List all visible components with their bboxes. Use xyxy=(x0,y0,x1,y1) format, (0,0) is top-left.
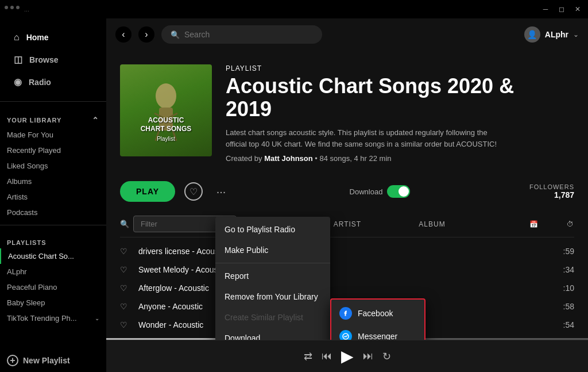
playlist-description: Latest chart songs acoustic style. This … xyxy=(226,127,501,149)
context-menu-item-playlist-radio[interactable]: Go to Playlist Radio xyxy=(215,219,330,240)
dots-label: ... xyxy=(24,6,29,13)
heart-icon[interactable]: ♡ xyxy=(120,283,131,293)
svg-point-0 xyxy=(156,83,176,109)
cover-image: ACOUSTIC CHART SONGS Playlist xyxy=(120,64,212,156)
sidebar-item-artists[interactable]: Artists xyxy=(0,189,106,205)
table-row[interactable]: ♡ Sweet Melody - Acoustic Version Little… xyxy=(120,260,574,279)
browse-icon: ◫ xyxy=(14,54,22,65)
context-menu-item-make-public[interactable]: Make Public xyxy=(215,240,330,260)
main-content: ‹ › 🔍 👤 ALphr ⌄ xyxy=(106,18,588,372)
share-item-messenger[interactable]: Messenger xyxy=(331,325,424,340)
playlist-header: ACOUSTIC CHART SONGS Playlist PLAYLIST A… xyxy=(106,51,588,172)
search-bar[interactable]: 🔍 xyxy=(161,25,322,44)
download-toggle[interactable]: Download xyxy=(350,185,411,198)
track-duration: :59 xyxy=(546,247,574,256)
play-button[interactable]: PLAY xyxy=(120,181,175,202)
avatar: 👤 xyxy=(524,26,540,43)
back-button[interactable]: ‹ xyxy=(115,26,131,43)
search-input[interactable] xyxy=(184,30,313,39)
context-divider-1 xyxy=(215,263,330,263)
download-label: Download xyxy=(350,187,383,196)
heart-icon[interactable]: ♡ xyxy=(120,247,131,256)
track-list-header: 🔍 TITLE ARTIST ALBUM 📅 ⏱ xyxy=(120,211,574,237)
playback-bar: ⇄ ⏮ ▶ ⏭ ↻ xyxy=(106,340,588,372)
shuffle-button[interactable]: ⇄ xyxy=(304,350,312,363)
radio-icon: ◉ xyxy=(14,76,22,87)
playlist-item-0[interactable]: Acoustic Chart So... xyxy=(0,248,106,264)
sidebar-item-albums[interactable]: Albums xyxy=(0,174,106,189)
playlist-item-1[interactable]: ALphr xyxy=(0,264,106,279)
cover-text: ACOUSTIC CHART SONGS Playlist xyxy=(120,116,212,143)
track-duration: :10 xyxy=(546,283,574,293)
playlists-section-label: PLAYLISTS xyxy=(0,230,106,248)
user-chevron-icon: ⌄ xyxy=(573,30,579,39)
sidebar-browse-label: Browse xyxy=(29,55,59,64)
sidebar-item-recently-played[interactable]: Recently Played xyxy=(0,143,106,158)
close-button[interactable]: ✕ xyxy=(572,3,583,15)
playlist-item-4[interactable]: TikTok Trending Ph... ⌄ xyxy=(0,310,106,326)
new-playlist-button[interactable]: + New Playlist xyxy=(0,349,106,372)
new-playlist-plus-icon: + xyxy=(7,355,18,366)
sidebar-item-made-for-you[interactable]: Made For You xyxy=(0,127,106,143)
app-body: ⌂ Home ◫ Browse ◉ Radio YOUR LIBRARY ⌃ M… xyxy=(0,18,588,372)
repeat-button[interactable]: ↻ xyxy=(382,350,391,363)
maximize-button[interactable]: ◻ xyxy=(556,3,567,15)
facebook-label: Facebook xyxy=(358,309,393,318)
user-area[interactable]: 👤 ALphr ⌄ xyxy=(524,26,579,43)
table-row[interactable]: ♡ drivers license - Acoustic Matt Jo... … xyxy=(120,242,574,260)
table-row[interactable]: ♡ Afterglow - Acoustic Jonah E... :10 xyxy=(120,279,574,297)
heart-icon[interactable]: ♡ xyxy=(120,320,131,329)
col-artist-header: ARTIST xyxy=(334,220,412,228)
track-duration: :58 xyxy=(546,302,574,311)
next-button[interactable]: ⏭ xyxy=(363,350,373,362)
heart-icon[interactable]: ♡ xyxy=(120,265,131,274)
heart-icon[interactable]: ♡ xyxy=(120,302,131,311)
track-list-area: 🔍 TITLE ARTIST ALBUM 📅 ⏱ ♡ drivers licen… xyxy=(106,211,588,340)
more-options-button[interactable]: ··· xyxy=(212,182,230,201)
like-button[interactable]: ♡ xyxy=(184,182,203,201)
title-bar: ... ─ ◻ ✕ xyxy=(0,0,588,18)
sidebar-item-radio[interactable]: ◉ Radio xyxy=(7,72,99,92)
track-duration: :34 xyxy=(546,265,574,274)
home-icon: ⌂ xyxy=(14,32,20,43)
followers-info: FOLLOWERS 1,787 xyxy=(529,183,574,200)
playlist-item-3[interactable]: Baby Sleep xyxy=(0,295,106,310)
playlist-item-2[interactable]: Peaceful Piano xyxy=(0,279,106,295)
col-album-header: ALBUM xyxy=(419,220,497,228)
filter-icon: 🔍 xyxy=(120,220,130,228)
minimize-button[interactable]: ─ xyxy=(540,3,551,15)
sidebar-divider-2 xyxy=(0,225,106,225)
messenger-icon xyxy=(339,330,352,340)
play-pause-button[interactable]: ▶ xyxy=(341,347,354,366)
playlist-meta: Created by Matt Johnson • 84 songs, 4 hr… xyxy=(226,154,514,163)
sidebar-radio-label: Radio xyxy=(29,78,51,87)
share-item-facebook[interactable]: Facebook xyxy=(331,302,424,325)
search-icon: 🔍 xyxy=(171,30,180,39)
playlist-cover: ACOUSTIC CHART SONGS Playlist xyxy=(120,64,212,156)
prev-button[interactable]: ⏮ xyxy=(322,350,332,362)
context-menu-item-download[interactable]: Download xyxy=(215,328,330,340)
context-menu-item-remove-library[interactable]: Remove from Your Library xyxy=(215,286,330,307)
library-items: Made For You Recently Played Liked Songs… xyxy=(0,127,106,220)
sidebar-item-podcasts[interactable]: Podcasts xyxy=(0,205,106,220)
context-menu: Go to Playlist Radio Make Public Report … xyxy=(215,217,330,340)
scroll-down-icon: ⌄ xyxy=(95,315,99,321)
library-section-label: YOUR LIBRARY ⌃ xyxy=(0,106,106,127)
sidebar-home-label: Home xyxy=(26,33,49,42)
download-toggle-switch[interactable] xyxy=(387,185,410,198)
context-menu-item-create-similar: Create Similar Playlist xyxy=(215,307,330,328)
sidebar-item-browse[interactable]: ◫ Browse xyxy=(7,49,99,70)
toggle-knob xyxy=(399,186,409,197)
forward-button[interactable]: › xyxy=(138,26,154,43)
new-playlist-label: New Playlist xyxy=(23,356,70,365)
window-controls[interactable]: ─ ◻ ✕ xyxy=(540,3,583,15)
user-name: ALphr xyxy=(545,30,568,39)
playlist-info: PLAYLIST Acoustic Chart Songs 2020 &2019… xyxy=(226,64,514,163)
facebook-icon xyxy=(339,307,352,320)
sidebar-item-home[interactable]: ⌂ Home xyxy=(7,28,99,47)
sidebar-divider-1 xyxy=(0,101,106,102)
library-chevron-icon: ⌃ xyxy=(92,116,99,125)
col-duration-header: ⏱ xyxy=(546,220,574,228)
sidebar-item-liked-songs[interactable]: Liked Songs xyxy=(0,158,106,174)
context-menu-item-report[interactable]: Report xyxy=(215,266,330,286)
